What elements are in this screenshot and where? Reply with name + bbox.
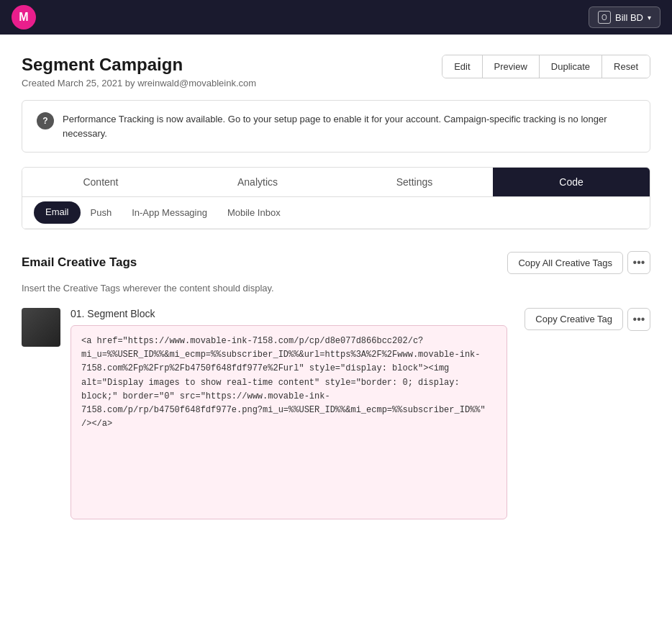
subtab-inapp[interactable]: In-App Messaging (122, 199, 217, 228)
block-thumbnail-image (22, 308, 60, 347)
block-more-options-button[interactable]: ••• (627, 308, 650, 331)
main-tabs: Content Analytics Settings Code (22, 168, 650, 197)
subtab-email[interactable]: Email (34, 201, 81, 224)
section-title: Email Creative Tags (22, 255, 137, 270)
topnav: M O Bill BD ▾ (0, 0, 672, 35)
page-header: Segment Campaign Created March 25, 2021 … (0, 35, 672, 100)
duplicate-button[interactable]: Duplicate (540, 55, 602, 78)
copy-creative-tag-button[interactable]: Copy Creative Tag (525, 308, 623, 330)
code-textarea[interactable] (71, 325, 507, 519)
tab-code[interactable]: Code (493, 168, 650, 196)
code-tag-area (71, 325, 507, 522)
section-description: Insert the Creative Tags wherever the co… (22, 283, 650, 294)
tab-content[interactable]: Content (22, 168, 179, 196)
tabs-container: Content Analytics Settings Code Email Pu… (22, 167, 650, 229)
topnav-right: O Bill BD ▾ (589, 6, 660, 28)
tab-settings[interactable]: Settings (336, 168, 493, 196)
page-subtitle: Created March 25, 2021 by wreinwald@mova… (22, 78, 256, 88)
block-actions: Copy Creative Tag ••• (525, 308, 650, 331)
subtab-push[interactable]: Push (81, 199, 122, 228)
page-title-block: Segment Campaign Created March 25, 2021 … (22, 55, 256, 88)
block-item: 01. Segment Block Copy Creative Tag ••• (22, 308, 650, 522)
logo: M (12, 5, 36, 29)
chevron-down-icon: ▾ (648, 14, 651, 22)
tab-analytics[interactable]: Analytics (179, 168, 336, 196)
more-options-button[interactable]: ••• (627, 251, 650, 274)
section-header-actions: Copy All Creative Tags ••• (507, 251, 650, 274)
info-banner: ? Performance Tracking is now available.… (22, 100, 650, 153)
action-bar: Edit Preview Duplicate Reset (442, 55, 650, 78)
info-icon: ? (37, 112, 54, 129)
page-title: Segment Campaign (22, 55, 256, 75)
copy-all-creative-tags-button[interactable]: Copy All Creative Tags (507, 252, 623, 274)
account-button[interactable]: O Bill BD ▾ (589, 6, 660, 28)
block-content: 01. Segment Block (71, 308, 507, 522)
reset-button[interactable]: Reset (602, 55, 650, 78)
account-icon: O (598, 11, 611, 24)
content-area: Email Creative Tags Copy All Creative Ta… (0, 229, 672, 544)
info-text: Performance Tracking is now available. G… (63, 112, 635, 140)
account-name: Bill BD (615, 12, 643, 23)
block-label: 01. Segment Block (71, 308, 507, 319)
block-thumbnail (22, 308, 60, 347)
edit-button[interactable]: Edit (442, 55, 482, 78)
sub-tabs: Email Push In-App Messaging Mobile Inbox (22, 197, 650, 229)
section-header: Email Creative Tags Copy All Creative Ta… (22, 251, 650, 274)
preview-button[interactable]: Preview (483, 55, 540, 78)
subtab-mobileinbox[interactable]: Mobile Inbox (217, 199, 291, 228)
